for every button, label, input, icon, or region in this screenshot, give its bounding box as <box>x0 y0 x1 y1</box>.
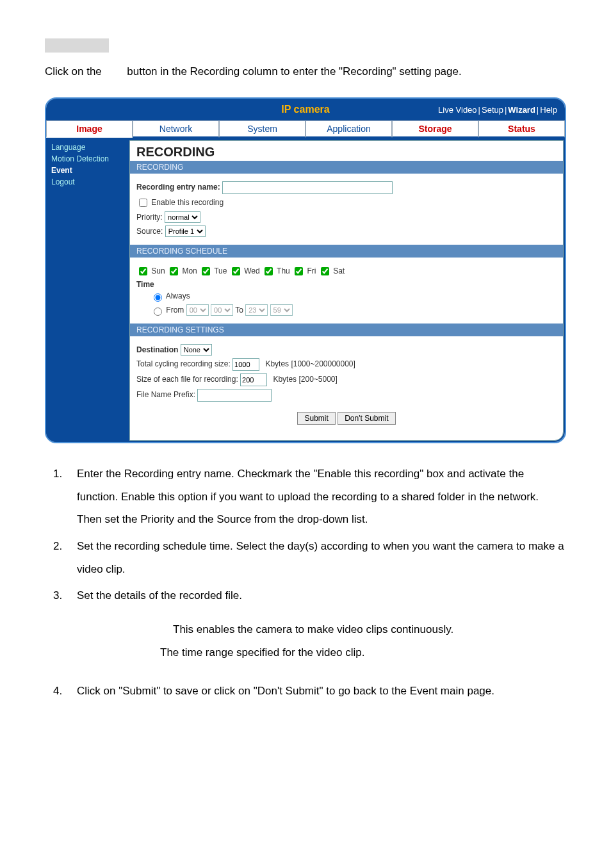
link-live-video[interactable]: Live Video <box>438 105 477 115</box>
step-4: Click on "Submit" to save or click on "D… <box>65 680 566 703</box>
each-size-input[interactable] <box>240 373 267 386</box>
step-2: Set the recording schedule time. Select … <box>65 535 566 580</box>
to-label: To <box>235 306 243 315</box>
day-mon-checkbox[interactable] <box>170 267 178 275</box>
to-hh-select[interactable]: 23 <box>245 304 268 316</box>
total-size-label: Total cycling recording size: <box>136 359 231 368</box>
tab-application[interactable]: Application <box>306 120 392 138</box>
always-label: Always <box>166 291 190 300</box>
dont-submit-button[interactable]: Don't Submit <box>338 412 395 425</box>
source-label: Source: <box>136 227 163 236</box>
tab-system[interactable]: System <box>219 120 306 138</box>
prefix-input[interactable] <box>197 389 272 402</box>
header-links: Live Video|Setup|Wizard|Help <box>438 105 557 115</box>
link-help[interactable]: Help <box>540 105 557 115</box>
placeholder-box <box>45 38 109 53</box>
intro-after: button in the Recording column to enter … <box>127 65 461 78</box>
step-1: Enter the Recording entry name. Checkmar… <box>65 463 566 531</box>
sidebar-item-logout[interactable]: Logout <box>46 176 129 188</box>
source-select[interactable]: Profile 1 <box>165 225 206 237</box>
tab-image[interactable]: Image <box>46 120 133 138</box>
entry-name-label: Recording entry name: <box>136 183 220 192</box>
from-hh-select[interactable]: 00 <box>186 304 209 316</box>
sidebar-item-event[interactable]: Event <box>46 165 129 176</box>
day-sat-checkbox[interactable] <box>321 267 329 275</box>
from-mm-select[interactable]: 00 <box>211 304 233 316</box>
sub-recording: RECORDING <box>130 161 563 174</box>
total-size-range: Kbytes [1000~200000000] <box>265 359 355 368</box>
priority-label: Priority: <box>136 213 163 222</box>
recording-title: RECORDING <box>130 141 563 161</box>
intro-before: Click on the <box>45 65 102 78</box>
day-fri-checkbox[interactable] <box>295 267 303 275</box>
each-size-range: Kbytes [200~5000] <box>273 375 337 384</box>
enable-recording-checkbox[interactable] <box>139 199 147 207</box>
instructions-list-2: Click on "Submit" to save or click on "D… <box>45 680 566 703</box>
each-size-label: Size of each file for recording: <box>136 375 238 384</box>
panel-header: IP camera Live Video|Setup|Wizard|Help <box>46 99 565 120</box>
sub-schedule: RECORDING SCHEDULE <box>130 245 563 258</box>
always-radio[interactable] <box>154 293 162 302</box>
main-content: RECORDING RECORDING Recording entry name… <box>129 140 564 441</box>
to-mm-select[interactable]: 59 <box>270 304 293 316</box>
link-wizard[interactable]: Wizard <box>508 105 535 115</box>
sidebar-item-motion[interactable]: Motion Detection <box>46 153 129 165</box>
instructions-list: Enter the Recording entry name. Checkmar… <box>45 463 566 607</box>
day-wed-checkbox[interactable] <box>232 267 240 275</box>
sub-settings: RECORDING SETTINGS <box>130 323 563 336</box>
from-label: From <box>166 306 184 315</box>
sidebar-item-language[interactable]: Language <box>46 142 129 153</box>
enable-recording-label: Enable this recording <box>151 198 224 207</box>
total-size-input[interactable] <box>232 358 259 371</box>
tab-network[interactable]: Network <box>133 120 219 138</box>
prefix-label: File Name Prefix: <box>136 390 195 399</box>
step-3: Set the details of the recorded file. <box>65 584 566 607</box>
tab-storage[interactable]: Storage <box>392 120 478 138</box>
ip-camera-panel: IP camera Live Video|Setup|Wizard|Help I… <box>45 97 566 443</box>
priority-select[interactable]: normal <box>165 211 200 223</box>
tab-status[interactable]: Status <box>478 120 565 138</box>
time-label: Time <box>136 280 154 289</box>
sub-note-a: This enables the camera to make video cl… <box>173 618 566 641</box>
destination-label: Destination <box>136 345 178 354</box>
sub-note-b: The time range specified for the video c… <box>160 641 566 664</box>
sidebar: Language Motion Detection Event Logout <box>46 139 129 442</box>
destination-select[interactable]: None <box>181 344 212 356</box>
day-tue-checkbox[interactable] <box>202 267 210 275</box>
tabs-row: Image Network System Application Storage… <box>46 120 565 139</box>
entry-name-input[interactable] <box>222 181 393 194</box>
intro-text: Click on the button in the Recording col… <box>45 65 566 78</box>
submit-button[interactable]: Submit <box>297 412 335 425</box>
from-radio[interactable] <box>154 307 162 316</box>
day-sun-checkbox[interactable] <box>139 267 147 275</box>
days-row: Sun Mon Tue Wed Thu Fri Sat <box>136 265 557 277</box>
link-setup[interactable]: Setup <box>482 105 503 115</box>
day-thu-checkbox[interactable] <box>265 267 273 275</box>
